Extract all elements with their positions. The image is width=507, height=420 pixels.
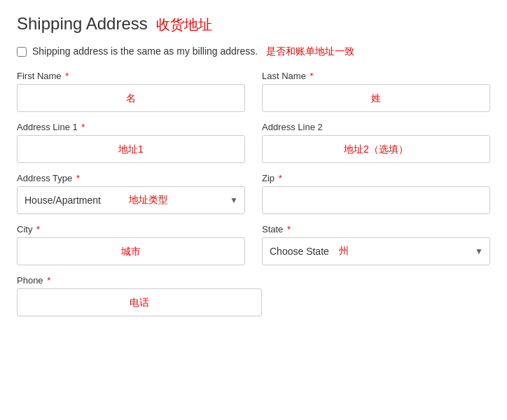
state-field: State * Choose State Alabama Alaska Ariz… [262,224,490,265]
first-name-required: * [63,71,69,81]
city-required: * [34,224,40,234]
address-type-required: * [74,173,80,183]
address-line2-field: Address Line 2 [262,122,490,163]
phone-input[interactable] [17,288,262,316]
state-label: State * [262,224,490,234]
phone-label: Phone * [17,275,490,286]
address-type-select[interactable]: House/Apartment Office Other [17,186,245,214]
address-line1-input[interactable] [17,135,245,163]
zip-field: Zip * [262,173,490,214]
city-field: City * [17,224,245,265]
address-line1-required: * [79,122,85,132]
phone-required: * [45,275,51,286]
address-type-wrapper: House/Apartment Office Other 地址类型 ▼ [17,186,245,214]
same-as-billing-checkbox[interactable] [17,47,27,57]
address-line2-input[interactable] [262,135,490,163]
shipping-form: First Name * Last Name * Address Line 1 … [17,71,490,326]
city-input[interactable] [17,237,245,265]
address-line1-field: Address Line 1 * [17,122,245,163]
first-name-input[interactable] [17,84,245,112]
last-name-required: * [307,71,314,81]
first-name-field: First Name * [17,71,245,112]
state-required: * [284,224,291,234]
phone-field: Phone * [17,275,490,316]
zip-label: Zip * [262,173,490,183]
zip-input[interactable] [262,186,490,214]
address-type-field: Address Type * House/Apartment Office Ot… [17,173,245,214]
page-title-row: Shipping Address 收货地址 [17,14,490,34]
same-as-billing-row: Shipping address is the same as my billi… [17,46,490,58]
address-line1-label: Address Line 1 * [17,122,245,132]
page-title: Shipping Address [17,14,148,34]
address-type-label: Address Type * [17,173,245,183]
same-as-billing-zh: 是否和账单地址一致 [266,46,354,58]
page-title-zh: 收货地址 [156,15,212,34]
address-line2-label: Address Line 2 [262,122,490,132]
zip-required: * [276,173,282,183]
same-as-billing-label: Shipping address is the same as my billi… [32,46,258,57]
state-wrapper: Choose State Alabama Alaska Arizona Cali… [262,237,490,265]
last-name-label: Last Name * [262,71,490,81]
first-name-label: First Name * [17,71,245,81]
last-name-input[interactable] [262,84,490,112]
city-label: City * [17,224,245,234]
state-select[interactable]: Choose State Alabama Alaska Arizona Cali… [262,237,490,265]
last-name-field: Last Name * [262,71,490,112]
